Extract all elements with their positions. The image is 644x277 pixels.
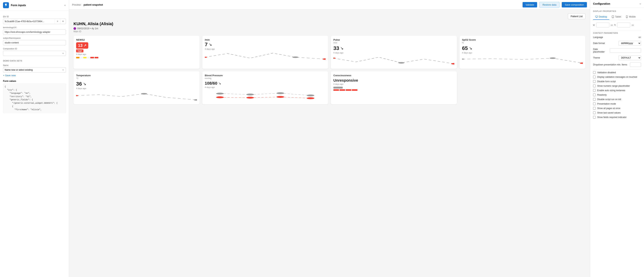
- checkbox-9[interactable]: [593, 111, 596, 114]
- preview-area: Patient List KUHN, Alisia (Alisia) 09/02…: [69, 10, 590, 277]
- left-sidebar: Form inputs « Ehr ID ✕ ▼ terminologyUrl:…: [0, 0, 69, 277]
- tab-mobile[interactable]: Mobile: [623, 14, 638, 20]
- checkbox-label-7: Presentation mode: [597, 102, 616, 105]
- right-sidebar-content: DISPLAY PROPERTIES Desktop Tablet Mobile…: [590, 8, 644, 123]
- subject-namespace-input[interactable]: [3, 40, 66, 45]
- dropdown-min-label: Dropdown presentation min. Items: [593, 63, 627, 66]
- validate-button[interactable]: Validate: [522, 2, 537, 7]
- width-input[interactable]: [596, 22, 609, 27]
- theme-label: Theme: [593, 56, 600, 59]
- checkbox-label-0: Validation disabled: [597, 71, 616, 74]
- svg-point-6: [550, 57, 556, 59]
- date-placeholder-input[interactable]: [610, 48, 641, 53]
- checkbox-7[interactable]: [593, 102, 596, 105]
- patient-info: KUHN, Alisia (Alisia) 09/02/2019 • 4y 1m…: [74, 21, 586, 33]
- tab-tablet-label: Tablet: [615, 15, 621, 18]
- name-select-wrapper: Name new or select existing: [3, 67, 66, 72]
- svg-line-21: [250, 93, 280, 94]
- svg-point-9: [76, 95, 78, 96]
- sidebar-header: Form inputs «: [0, 0, 69, 11]
- temperature-card: Temperature °C 36 ↘ 4 days ago: [74, 71, 200, 104]
- sparkline-pulse: [334, 55, 454, 66]
- spo2-card: SpO2 Score % 65 ↘ 4 days ago: [460, 36, 586, 69]
- patient-list-button[interactable]: Patient List: [568, 13, 586, 19]
- tab-tablet[interactable]: Tablet: [609, 14, 623, 20]
- save-composition-button[interactable]: Save composition: [562, 2, 587, 7]
- desktop-icon: [595, 15, 598, 18]
- checkbox-8[interactable]: [593, 107, 596, 110]
- w-px-label: px: [611, 24, 613, 26]
- form-values-code: { "ctx": { "language": "en", "territory"…: [3, 83, 66, 113]
- expand-config-button[interactable]: »: [640, 2, 641, 5]
- blood-pressure-card: Blood Pressure mm/Hg 108/60 ↘ 4 days ago: [202, 71, 328, 104]
- collapse-sidebar-button[interactable]: «: [64, 3, 66, 7]
- card-time-bp: 4 days ago: [205, 86, 326, 88]
- tablet-icon: [612, 15, 614, 18]
- svg-rect-26: [596, 16, 598, 17]
- date-format-row: Date format dd/MM/yyyy: [593, 41, 641, 46]
- svg-point-11: [194, 99, 197, 101]
- checkbox-row-3: Show numeric range placeholder: [593, 85, 641, 87]
- height-input[interactable]: [617, 22, 630, 27]
- card-title-consciousness: Consciousness: [334, 74, 454, 77]
- dropdown-ehr-id-icon[interactable]: ▼: [60, 19, 66, 24]
- w-label: w: [593, 24, 595, 26]
- app-logo: [3, 2, 9, 8]
- checkbox-row-0: Validation disabled: [593, 71, 641, 74]
- checkbox-label-4: Enable auto sizing textareas: [597, 89, 625, 92]
- card-subtitle-spo2: %: [462, 41, 583, 44]
- card-value-consciousness: Unresponsive: [334, 78, 454, 83]
- card-title-bp: Blood Pressure: [205, 74, 326, 77]
- checkbox-5[interactable]: [593, 94, 596, 96]
- ehr-id-input[interactable]: [3, 19, 55, 24]
- checkbox-0[interactable]: [593, 71, 596, 74]
- name-select[interactable]: Name new or select existing: [3, 67, 66, 72]
- checkbox-2[interactable]: [593, 80, 596, 83]
- clear-ehr-id-icon[interactable]: ✕: [55, 19, 60, 24]
- patient-meta: 09/02/2019 • 4y 1m: [74, 27, 586, 30]
- restore-data-button[interactable]: Restore data: [539, 2, 560, 8]
- checkbox-row-8: Show all pages at once: [593, 107, 641, 110]
- card-subtitle-pulse: /min: [334, 41, 454, 44]
- card-time-pulse: 4 days ago: [334, 52, 454, 54]
- checkbox-label-8: Show all pages at once: [597, 107, 620, 110]
- svg-point-8: [462, 58, 464, 60]
- mobile-icon: [626, 15, 628, 18]
- meta-dot-icon: [74, 27, 76, 30]
- composition-id-select[interactable]: [3, 51, 66, 56]
- card-value-temp: 36 ↘: [76, 81, 197, 87]
- card-time-consciousness: 4 days ago: [334, 83, 454, 85]
- date-placeholder-label: Date placeholder: [593, 48, 610, 53]
- tab-desktop[interactable]: Desktop: [593, 14, 609, 20]
- news2-card: NEWS2 13 ↗ high 4 days ago: [74, 36, 200, 69]
- checkbox-3[interactable]: [593, 85, 596, 87]
- svg-point-1: [322, 58, 326, 60]
- date-placeholder-row: Date placeholder: [593, 48, 641, 53]
- theme-select[interactable]: DEFAULT: [619, 55, 641, 60]
- tab-mobile-label: Mobile: [629, 15, 636, 18]
- h-label: h: [614, 24, 616, 26]
- card-title-temp: Temperature: [76, 74, 197, 77]
- terminology-url-input[interactable]: [3, 29, 66, 35]
- date-format-select[interactable]: dd/MM/yyyy: [619, 41, 641, 46]
- patient-id: Main ID: [74, 30, 586, 33]
- checkbox-4[interactable]: [593, 89, 596, 92]
- card-value-pulse: 33 ↘: [334, 45, 454, 51]
- language-row: Language en: [593, 36, 641, 38]
- right-sidebar: Configuration » DISPLAY PROPERTIES Deskt…: [590, 0, 644, 277]
- checkbox-row-10: Show fields required indicator: [593, 116, 641, 119]
- sidebar-title: Form inputs: [11, 4, 62, 7]
- patient-name: KUHN, Alisia (Alisia): [74, 21, 586, 26]
- checkbox-1[interactable]: [593, 76, 596, 78]
- checkbox-6[interactable]: [593, 98, 596, 101]
- dropdown-min-input[interactable]: [630, 62, 641, 67]
- checkbox-10[interactable]: [593, 116, 596, 119]
- save-new-link[interactable]: + Save new: [3, 74, 16, 77]
- card-title-breaths: /min: [205, 38, 326, 41]
- patient-date: 09/02/2019 • 4y 1m: [77, 27, 98, 30]
- card-title-pulse: Pulse: [334, 38, 454, 41]
- language-value: en: [638, 36, 641, 38]
- checkbox-label-9: Show last saved values: [597, 111, 620, 114]
- checkbox-row-9: Show last saved values: [593, 111, 641, 114]
- ehr-id-label: Ehr ID: [3, 15, 66, 18]
